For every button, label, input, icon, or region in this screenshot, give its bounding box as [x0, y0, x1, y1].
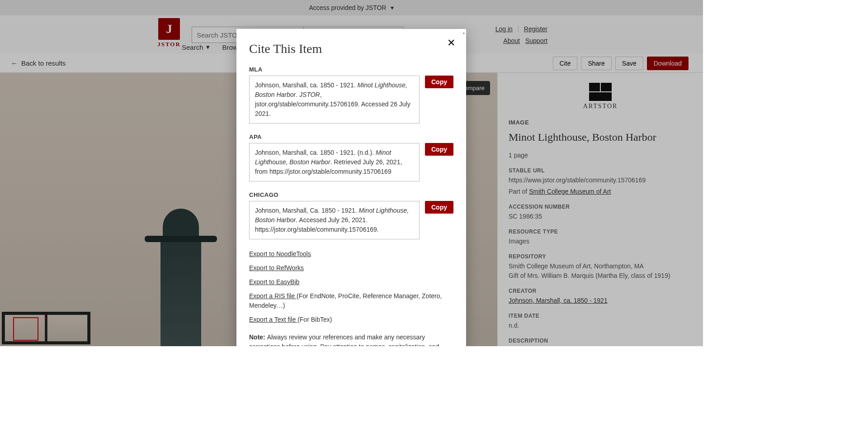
mla-source: JSTOR [299, 91, 320, 98]
mla-period: . [296, 91, 299, 98]
thumbnail-2[interactable] [47, 314, 88, 342]
export-ris[interactable]: Export a RIS file [249, 292, 297, 300]
download-button[interactable]: Download [647, 57, 689, 70]
login-link[interactable]: Log in [495, 25, 513, 33]
cite-button[interactable]: Cite [553, 57, 578, 70]
artwork-image [145, 209, 217, 346]
item-date-value: n.d. [509, 321, 692, 330]
mla-citation[interactable]: Johnson, Marshall, ca. 1850 - 1921. Mino… [249, 76, 420, 124]
logo-text: JSTOR [157, 41, 181, 48]
cite-apa: APA Johnson, Marshall, ca. 1850 - 1921. … [249, 133, 453, 181]
resource-type-label: RESOURCE TYPE [509, 229, 692, 235]
accession-value: SC 1986:35 [509, 212, 692, 221]
creator-link[interactable]: Johnson, Marshall, ca. 1850 - 1921 [509, 297, 608, 304]
copy-chicago-button[interactable]: Copy [425, 201, 453, 214]
jstor-logo[interactable]: J JSTOR [156, 18, 183, 52]
apa-author: Johnson, Marshall, ca. 1850 - 1921. (n.d… [255, 149, 376, 156]
chicago-citation[interactable]: Johnson, Marshall, Ca. 1850 - 1921. Mino… [249, 201, 420, 239]
thumbnail-1[interactable] [5, 314, 45, 342]
note-text: Always review your references and make a… [249, 333, 439, 346]
modal-scrollbar[interactable]: ▴ ▾ [462, 31, 466, 346]
export-refworks[interactable]: Export to RefWorks [249, 264, 304, 272]
part-of-prefix: Part of [509, 188, 529, 195]
stable-url-value: https://www.jstor.org/stable/community.1… [509, 176, 692, 185]
item-date-label: ITEM DATE [509, 313, 692, 319]
save-button[interactable]: Save [615, 57, 643, 70]
scroll-up-icon: ▴ [463, 31, 465, 35]
export-noodletools[interactable]: Export to NoodleTools [249, 250, 311, 257]
note-label: Note: [249, 333, 267, 341]
close-icon: ✕ [447, 37, 455, 48]
cite-chicago: CHICAGO Johnson, Marshall, Ca. 1850 - 19… [249, 191, 453, 239]
mla-label: MLA [249, 66, 453, 73]
item-title: Minot Lighthouse, Boston Harbor [509, 130, 692, 144]
back-label: Back to results [21, 59, 66, 67]
repository-value-2: Gift of Mrs. William B. Marquis (Martha … [509, 271, 692, 281]
export-list: Export to NoodleTools Export to RefWorks… [249, 249, 453, 324]
divider [518, 26, 519, 32]
close-button[interactable]: ✕ [447, 38, 455, 48]
cite-mla: MLA Johnson, Marshall, ca. 1850 - 1921. … [249, 66, 453, 124]
image-type-label: IMAGE [509, 119, 692, 126]
copy-mla-button[interactable]: Copy [425, 76, 453, 88]
description-label: DESCRIPTION [509, 338, 692, 344]
export-text[interactable]: Export a Text file [249, 316, 297, 323]
back-to-results[interactable]: ← Back to results [11, 59, 66, 67]
apa-citation[interactable]: Johnson, Marshall, ca. 1850 - 1921. (n.d… [249, 143, 420, 181]
stable-url-label: STABLE URL [509, 167, 692, 174]
metadata-sidebar: ARTSTOR IMAGE Minot Lighthouse, Boston H… [497, 73, 703, 346]
register-link[interactable]: Register [524, 25, 547, 33]
share-button[interactable]: Share [581, 57, 611, 70]
repository-value-1: Smith College Museum of Art, Northampton… [509, 262, 692, 271]
accession-label: ACCESSION NUMBER [509, 204, 692, 210]
part-of: Part of Smith College Museum of Art [509, 187, 692, 196]
artstor-logo[interactable]: ARTSTOR [578, 83, 623, 110]
access-banner[interactable]: Access provided by JSTOR ▾ [0, 0, 703, 15]
creator-label: CREATOR [509, 288, 692, 294]
thumbnail-strip [2, 312, 90, 344]
artstor-text: ARTSTOR [583, 103, 618, 110]
cite-modal: ▴ ▾ ✕ Cite This Item MLA Johnson, Marsha… [236, 29, 466, 346]
nav-search-label: Search [182, 43, 203, 51]
chevron-down-icon: ▾ [206, 43, 210, 51]
collection-link[interactable]: Smith College Museum of Art [529, 188, 611, 195]
mla-author: Johnson, Marshall, ca. 1850 - 1921. [255, 81, 357, 89]
chicago-author: Johnson, Marshall, Ca. 1850 - 1921. [255, 207, 359, 214]
access-text: Access provided by JSTOR [309, 4, 387, 11]
repository-label: REPOSITORY [509, 253, 692, 260]
page-count: 1 page [509, 151, 692, 160]
artstor-grid-icon [589, 83, 612, 101]
export-text-note: (For BibTex) [297, 316, 332, 323]
arrow-left-icon: ← [11, 59, 18, 67]
logo-glyph: J [158, 18, 180, 40]
modal-title: Cite This Item [249, 42, 453, 56]
apa-label: APA [249, 133, 453, 140]
copy-apa-button[interactable]: Copy [425, 143, 453, 156]
export-easybib[interactable]: Export to EasyBib [249, 278, 299, 286]
chicago-label: CHICAGO [249, 191, 453, 198]
resource-type-value: Images [509, 237, 692, 246]
citation-note: Note: Always review your references and … [249, 333, 453, 346]
nav-search[interactable]: Search ▾ [182, 43, 210, 51]
chevron-down-icon: ▾ [391, 4, 394, 11]
creator-value: Johnson, Marshall, ca. 1850 - 1921 [509, 296, 692, 305]
